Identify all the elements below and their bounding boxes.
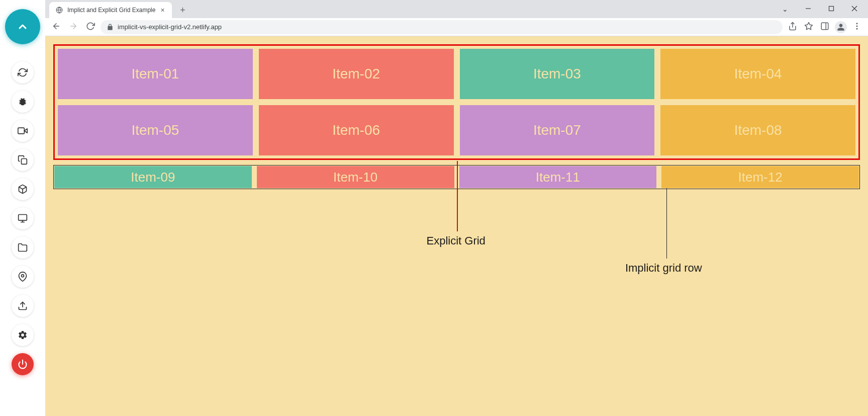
grid-cell: Item-10: [257, 166, 454, 188]
annotation-line: [666, 188, 667, 259]
kebab-icon: [852, 22, 861, 33]
grid-cell: Item-08: [660, 105, 855, 155]
globe-icon: [55, 6, 63, 14]
share-button[interactable]: [786, 20, 800, 34]
grid-cell: Item-06: [259, 105, 454, 155]
page-viewport: Item-01 Item-02 Item-03 Item-04 Item-05 …: [45, 36, 868, 416]
grid-cell: Item-07: [460, 105, 655, 155]
browser-window: Implict and Explicit Grid Example × + ⌄ …: [45, 0, 868, 416]
plus-icon: +: [180, 5, 185, 16]
sidebar-sync-button[interactable]: [12, 61, 34, 84]
video-icon: [18, 126, 28, 136]
explicit-grid: Item-01 Item-02 Item-03 Item-04 Item-05 …: [53, 44, 860, 160]
sidebar-folder-button[interactable]: [12, 236, 34, 259]
box-icon: [18, 184, 28, 194]
minimize-icon: [805, 5, 811, 14]
tab-close-button[interactable]: ×: [159, 6, 165, 14]
browser-tab[interactable]: Implict and Explicit Grid Example ×: [49, 2, 172, 18]
grid-cell: Item-03: [460, 49, 655, 99]
gear-icon: [18, 330, 28, 340]
window-close-button[interactable]: [843, 0, 866, 18]
sidebar-copy-button[interactable]: [12, 149, 34, 171]
sidebar-monitor-button[interactable]: [12, 207, 34, 229]
sidebar-bug-button[interactable]: [12, 91, 34, 113]
sync-icon: [18, 67, 28, 77]
sidebar-video-button[interactable]: [12, 120, 34, 142]
tool-sidebar: [0, 0, 45, 416]
reload-icon: [86, 22, 95, 33]
nav-reload-button[interactable]: [83, 20, 98, 34]
grid-cell: Item-01: [58, 49, 253, 99]
new-tab-button[interactable]: +: [176, 3, 190, 17]
arrow-left-icon: [52, 22, 61, 33]
svg-rect-4: [19, 215, 27, 221]
share-icon: [788, 22, 797, 33]
svg-rect-2: [22, 159, 27, 164]
tab-title: Implict and Explicit Grid Example: [67, 7, 155, 14]
grid-cell: Item-11: [459, 166, 657, 188]
svg-point-24: [856, 28, 858, 29]
window-maximize-button[interactable]: [820, 0, 843, 18]
sidebar-settings-button[interactable]: [12, 324, 34, 346]
sidebar-upload-button[interactable]: [12, 295, 34, 317]
chevron-up-icon: [17, 21, 29, 33]
window-minimize-button[interactable]: [797, 0, 820, 18]
annotation-line: [457, 161, 458, 231]
upload-icon: [18, 301, 28, 311]
lock-icon: [107, 24, 114, 31]
svg-point-22: [856, 23, 858, 24]
monitor-icon: [18, 213, 28, 223]
url-text: implicit-vs-explicit-grid-v2.netlify.app: [118, 23, 222, 31]
sidebar-power-button[interactable]: [12, 353, 34, 375]
browser-toolbar: implicit-vs-explicit-grid-v2.netlify.app: [45, 18, 868, 36]
grid-cell: Item-12: [661, 166, 859, 188]
power-icon: [18, 359, 28, 369]
grid-cell: Item-04: [660, 49, 855, 99]
copy-icon: [18, 155, 28, 165]
svg-marker-19: [805, 22, 813, 29]
star-icon: [804, 22, 813, 33]
browser-menu-button[interactable]: [850, 20, 864, 34]
address-bar[interactable]: implicit-vs-explicit-grid-v2.netlify.app: [101, 20, 783, 34]
sidebar-collapse-button[interactable]: [5, 9, 40, 44]
grid-cell: Item-02: [259, 49, 454, 99]
close-icon: [851, 5, 857, 14]
side-panel-button[interactable]: [818, 20, 832, 34]
bug-icon: [18, 97, 28, 107]
sidebar-box-button[interactable]: [12, 178, 34, 200]
bookmark-button[interactable]: [802, 20, 816, 34]
svg-rect-1: [18, 128, 25, 134]
person-icon: [835, 21, 847, 33]
window-controls: ⌄: [774, 0, 868, 18]
svg-rect-13: [829, 7, 834, 11]
grid-cell: Item-09: [54, 166, 252, 188]
profile-button[interactable]: [834, 20, 848, 34]
maximize-icon: [828, 5, 834, 14]
nav-back-button[interactable]: [49, 20, 63, 34]
svg-rect-20: [821, 23, 828, 30]
annotation-explicit-label: Explicit Grid: [427, 234, 486, 247]
svg-point-23: [856, 25, 858, 27]
svg-marker-0: [24, 129, 27, 133]
nav-forward-button[interactable]: [66, 20, 80, 34]
tabs-dropdown-button[interactable]: ⌄: [774, 0, 797, 18]
svg-point-7: [22, 275, 24, 277]
arrow-right-icon: [69, 22, 78, 33]
chevron-down-icon: ⌄: [782, 5, 788, 13]
annotation-implicit-label: Implicit grid row: [625, 262, 702, 275]
sidebar-location-button[interactable]: [12, 266, 34, 288]
folder-icon: [18, 242, 28, 253]
panel-icon: [820, 22, 829, 33]
tab-strip: Implict and Explicit Grid Example × + ⌄: [45, 0, 868, 18]
grid-cell: Item-05: [58, 105, 253, 155]
location-icon: [18, 272, 28, 282]
close-icon: ×: [160, 6, 164, 14]
